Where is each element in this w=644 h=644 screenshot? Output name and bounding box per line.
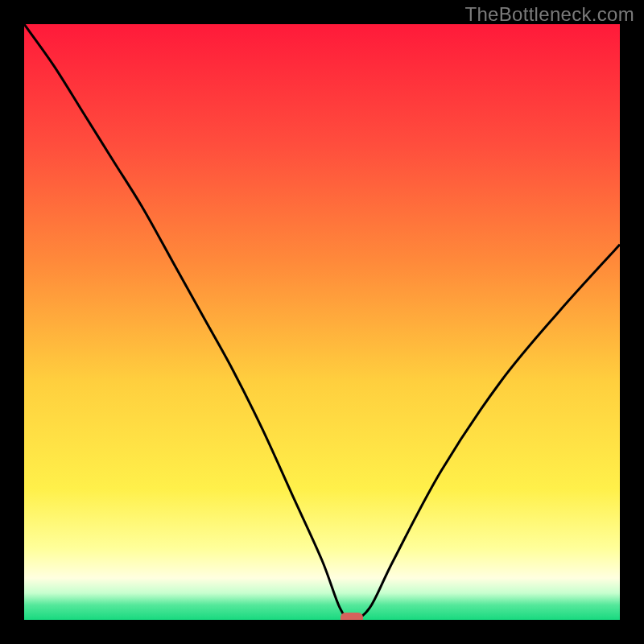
chart-frame: TheBottleneck.com [0, 0, 644, 644]
optimal-marker [341, 613, 363, 620]
gradient-background [24, 24, 620, 620]
watermark-text: TheBottleneck.com [464, 3, 634, 26]
plot-svg [24, 24, 620, 620]
plot-area [24, 24, 620, 620]
